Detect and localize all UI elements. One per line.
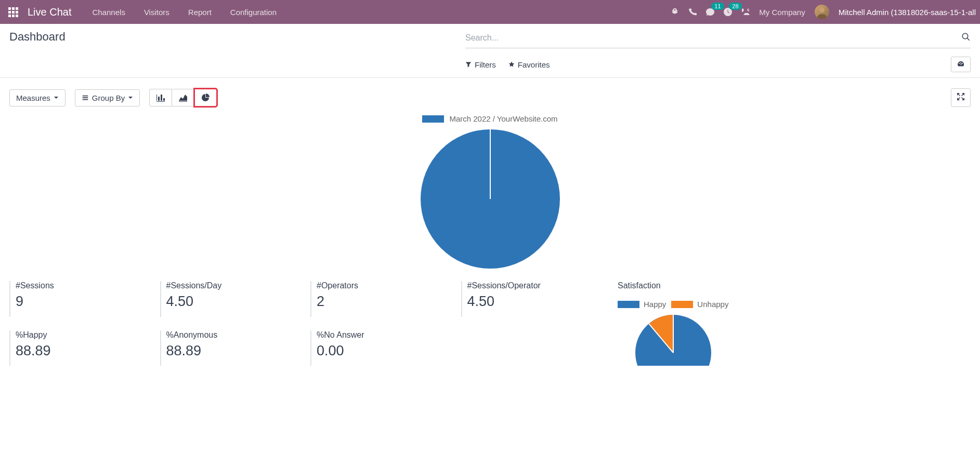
gauge-icon <box>957 60 965 69</box>
bar-chart-icon <box>156 94 165 102</box>
tile-happy: %Happy 88.89 <box>9 330 151 366</box>
search-icon[interactable] <box>961 32 971 44</box>
top-navbar: Live Chat Channels Visitors Report Confi… <box>0 0 980 24</box>
main-chart-area: March 2022 / YourWebsite.com <box>9 114 971 270</box>
tile-label: %Anonymous <box>166 330 302 340</box>
pie-chart-icon <box>201 94 210 102</box>
tile-operators: #Operators 2 <box>310 281 452 317</box>
groupby-label: Group By <box>92 94 125 102</box>
company-switcher[interactable]: My Company <box>759 8 805 17</box>
settings-icon[interactable] <box>741 8 750 16</box>
nav-item-report[interactable]: Report <box>188 8 212 17</box>
svg-point-0 <box>819 7 825 12</box>
tile-anonymous: %Anonymous 88.89 <box>160 330 302 366</box>
legend-item-happy[interactable]: Happy <box>618 300 666 309</box>
stats-section: #Sessions 9 #Sessions/Day 4.50 #Operator… <box>9 281 971 366</box>
filters-label: Filters <box>475 60 496 69</box>
search-row <box>465 30 971 48</box>
measures-label: Measures <box>16 94 50 102</box>
expand-button[interactable] <box>951 88 971 107</box>
messages-badge: 11 <box>711 3 724 10</box>
tile-value: 2 <box>317 294 452 310</box>
activities-badge: 28 <box>729 3 741 10</box>
line-chart-icon <box>178 94 188 102</box>
tile-value: 4.50 <box>467 294 603 310</box>
user-name[interactable]: Mitchell Admin (13818026-saas-15-1-all <box>839 8 976 17</box>
list-icon <box>82 94 89 101</box>
tile-value: 88.89 <box>16 343 151 359</box>
tile-no-answer: %No Answer 0.00 <box>310 330 452 366</box>
star-icon <box>508 61 515 68</box>
legend-label: Happy <box>644 300 666 309</box>
legend-color-box <box>422 115 444 123</box>
satisfaction-legend: Happy Unhappy <box>618 300 728 309</box>
satisfaction-title: Satisfaction <box>618 281 728 290</box>
nav-menu: Channels Visitors Report Configuration <box>93 8 277 17</box>
tile-value: 0.00 <box>317 343 452 359</box>
satisfaction-pie-chart[interactable] <box>634 314 712 366</box>
dashboard-view-button[interactable] <box>951 57 971 72</box>
bar-chart-button[interactable] <box>149 89 172 106</box>
legend-item-unhappy[interactable]: Unhappy <box>671 300 728 309</box>
navbar-right: 11 28 My Company Mitchell Admin (1381802… <box>671 5 976 19</box>
funnel-icon <box>465 61 472 68</box>
favorites-label: Favorites <box>518 60 550 69</box>
filters-button[interactable]: Filters <box>465 60 496 69</box>
legend-label: Unhappy <box>697 300 728 309</box>
favorites-button[interactable]: Favorites <box>508 60 550 69</box>
debug-icon[interactable] <box>671 8 679 16</box>
tile-label: %Happy <box>16 330 151 340</box>
tile-value: 9 <box>16 294 151 310</box>
groupby-button[interactable]: Group By <box>75 89 140 106</box>
measures-button[interactable]: Measures <box>9 89 66 106</box>
nav-item-channels[interactable]: Channels <box>93 8 125 17</box>
satisfaction-panel: Satisfaction Happy Unhappy <box>618 281 728 366</box>
tile-sessions-day: #Sessions/Day 4.50 <box>160 281 302 317</box>
tile-label: #Operators <box>317 281 452 290</box>
avatar[interactable] <box>815 5 829 19</box>
control-panel: Dashboard Filters Favorites <box>0 24 980 77</box>
stats-grid: #Sessions 9 #Sessions/Day 4.50 #Operator… <box>9 281 602 366</box>
search-input[interactable] <box>465 30 961 46</box>
nav-item-configuration[interactable]: Configuration <box>230 8 277 17</box>
main-pie-chart[interactable] <box>420 128 561 270</box>
caret-down-icon <box>128 95 133 100</box>
expand-icon <box>957 92 965 101</box>
chart-type-group <box>149 89 217 106</box>
tile-label: #Sessions <box>16 281 151 290</box>
activities-icon[interactable]: 28 <box>724 8 732 16</box>
phone-icon[interactable] <box>688 8 697 16</box>
svg-point-1 <box>962 33 968 39</box>
legend-color-box <box>671 301 693 308</box>
nav-item-visitors[interactable]: Visitors <box>144 8 169 17</box>
tile-label: %No Answer <box>317 330 452 340</box>
graph-toolbar: Measures Group By <box>9 88 971 107</box>
tile-label: #Sessions/Day <box>166 281 302 290</box>
main-content: Measures Group By March 2022 / You <box>0 77 980 376</box>
pie-chart-button[interactable] <box>194 89 217 106</box>
chart-legend[interactable]: March 2022 / YourWebsite.com <box>422 114 557 123</box>
messages-icon[interactable]: 11 <box>706 8 714 16</box>
tile-value: 4.50 <box>166 294 302 310</box>
apps-icon[interactable] <box>4 3 22 21</box>
caret-down-icon <box>54 95 59 100</box>
svg-line-2 <box>967 38 970 41</box>
tile-sessions: #Sessions 9 <box>9 281 151 317</box>
line-chart-button[interactable] <box>172 89 194 106</box>
page-title: Dashboard <box>9 30 66 44</box>
legend-label: March 2022 / YourWebsite.com <box>449 114 557 123</box>
filter-row: Filters Favorites <box>465 57 971 77</box>
tile-empty <box>461 330 603 366</box>
tile-value: 88.89 <box>166 343 302 359</box>
tile-sessions-operator: #Sessions/Operator 4.50 <box>461 281 603 317</box>
app-brand[interactable]: Live Chat <box>28 6 72 18</box>
legend-color-box <box>618 301 639 308</box>
tile-label: #Sessions/Operator <box>467 281 603 290</box>
